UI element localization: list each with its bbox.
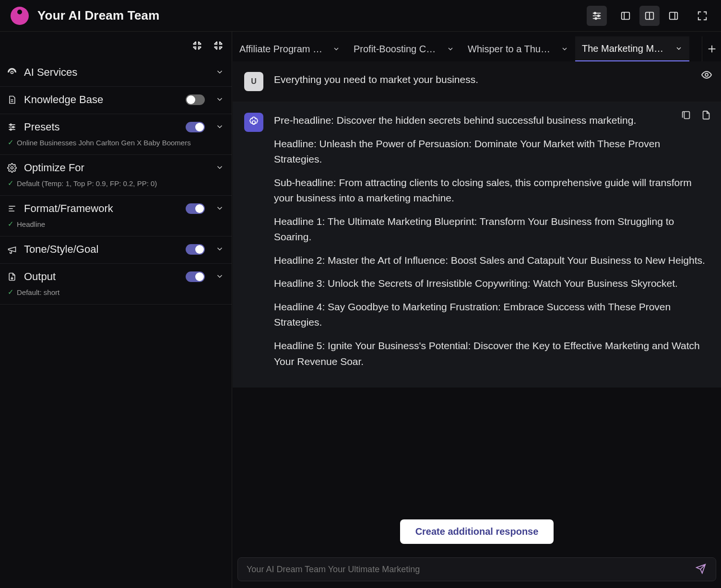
- section-header[interactable]: Knowledge Base: [7, 94, 225, 106]
- section-knowledge-base: Knowledge Base: [0, 87, 232, 114]
- section-header[interactable]: AI Services: [7, 66, 225, 79]
- layout-right-button[interactable]: [663, 6, 684, 26]
- format-framework-icon: [7, 203, 17, 214]
- ai-services-icon: [7, 67, 17, 78]
- chevron-down-icon[interactable]: [215, 204, 225, 213]
- tab-label: Whisper to a Thunder: [468, 44, 554, 55]
- section-ai-services: AI Services: [0, 59, 232, 87]
- message-input-box[interactable]: [237, 557, 716, 581]
- tab-label: The Marketing Mast…: [582, 43, 668, 54]
- ai-avatar: [244, 113, 263, 132]
- ai-paragraph: Headline 2: Master the Art of Influence:…: [274, 253, 709, 269]
- tab-0[interactable]: Affiliate Program Br…: [233, 36, 347, 61]
- chevron-down-icon[interactable]: [215, 272, 225, 282]
- check-icon: ✓: [8, 138, 14, 147]
- section-title: Tone/Style/Goal: [24, 243, 179, 256]
- check-icon: ✓: [8, 220, 14, 228]
- section-header[interactable]: Format/Framework: [7, 202, 225, 215]
- section-header[interactable]: Output: [7, 270, 225, 283]
- svg-point-6: [595, 17, 597, 19]
- chevron-down-icon[interactable]: [215, 68, 225, 77]
- section-toggle[interactable]: [186, 244, 205, 255]
- svg-rect-30: [684, 112, 689, 119]
- section-header[interactable]: Optimize For: [7, 162, 225, 174]
- section-presets: Presets✓Online Businesses John Carlton G…: [0, 114, 232, 155]
- fullscreen-button[interactable]: [692, 6, 712, 26]
- section-toggle[interactable]: [186, 271, 205, 282]
- ai-paragraph: Headline 5: Ignite Your Business's Poten…: [274, 338, 709, 369]
- section-subtext-value: Default (Temp: 1, Top P: 0.9, FP: 0.2, P…: [17, 179, 157, 188]
- section-toggle[interactable]: [186, 122, 205, 132]
- section-toggle[interactable]: [186, 94, 205, 105]
- create-additional-response-button[interactable]: Create additional response: [400, 519, 554, 544]
- section-title: Optimize For: [24, 162, 209, 174]
- section-subtext-value: Default: short: [17, 288, 59, 296]
- tab-label: Affiliate Program Br…: [239, 44, 326, 55]
- section-title: Presets: [24, 121, 179, 133]
- optimize-for-icon: [7, 163, 17, 173]
- chevron-down-icon[interactable]: [561, 45, 568, 53]
- check-icon: ✓: [8, 179, 14, 188]
- chevron-down-icon[interactable]: [447, 45, 454, 53]
- ai-paragraph: Headline 3: Unlock the Secrets of Irresi…: [274, 276, 709, 292]
- ai-paragraph: Headline 4: Say Goodbye to Marketing Fru…: [274, 299, 709, 330]
- section-subtext: ✓Online Businesses John Carlton Gen X Ba…: [7, 138, 225, 147]
- chevron-down-icon[interactable]: [215, 122, 225, 132]
- copy-icon[interactable]: [681, 110, 692, 121]
- filters-button[interactable]: [587, 6, 607, 26]
- output-icon: [7, 271, 17, 282]
- chevron-down-icon[interactable]: [215, 95, 225, 105]
- send-icon[interactable]: [696, 564, 707, 575]
- section-output: Output✓Default: short: [0, 264, 232, 305]
- presets-icon: [7, 122, 17, 132]
- section-optimize-for: Optimize For✓Default (Temp: 1, Top P: 0.…: [0, 155, 232, 196]
- chevron-down-icon[interactable]: [215, 245, 225, 254]
- section-header[interactable]: Presets: [7, 121, 225, 133]
- svg-point-5: [598, 15, 600, 17]
- section-subtext: ✓Default: short: [7, 288, 225, 296]
- user-avatar: U: [244, 72, 263, 91]
- section-subtext: ✓Headline: [7, 220, 225, 228]
- ai-paragraph: Headline: Unleash the Power of Persuasio…: [274, 136, 709, 167]
- knowledge-base-icon: [7, 94, 17, 105]
- chevron-down-icon[interactable]: [675, 45, 683, 52]
- visibility-toggle-icon[interactable]: [701, 69, 712, 81]
- check-icon: ✓: [8, 288, 14, 296]
- user-message: U Everything you need to market your bus…: [233, 61, 721, 102]
- tab-bar: Affiliate Program Br…Profit-Boosting Cop…: [233, 36, 721, 61]
- message-input[interactable]: [247, 564, 696, 575]
- ai-message: Pre-headline: Discover the hidden secret…: [233, 102, 721, 388]
- tab-2[interactable]: Whisper to a Thunder: [461, 36, 575, 61]
- collapse-all-button[interactable]: [210, 37, 227, 54]
- svg-point-4: [594, 12, 596, 14]
- section-title: Format/Framework: [24, 202, 179, 215]
- svg-point-13: [11, 71, 13, 74]
- tab-3[interactable]: The Marketing Mast…: [575, 36, 689, 61]
- section-subtext-value: Headline: [17, 220, 45, 228]
- section-subtext: ✓Default (Temp: 1, Top P: 0.9, FP: 0.2, …: [7, 179, 225, 188]
- add-tab-button[interactable]: [702, 36, 721, 61]
- section-title: Output: [24, 270, 179, 283]
- section-header[interactable]: Tone/Style/Goal: [7, 243, 225, 256]
- ai-message-body: Pre-headline: Discover the hidden secret…: [274, 113, 709, 377]
- tab-1[interactable]: Profit-Boosting Cop…: [347, 36, 461, 61]
- svg-rect-7: [622, 12, 630, 19]
- chevron-down-icon[interactable]: [215, 163, 225, 173]
- layout-left-button[interactable]: [615, 6, 636, 26]
- chevron-down-icon[interactable]: [332, 45, 340, 53]
- expand-all-button[interactable]: [189, 37, 206, 54]
- ai-paragraph: Sub-headline: From attracting clients to…: [274, 175, 709, 206]
- svg-point-22: [11, 167, 13, 169]
- composer: [233, 557, 721, 588]
- section-toggle[interactable]: [186, 203, 205, 214]
- ai-paragraph: Headline 1: The Ultimate Marketing Bluep…: [274, 214, 709, 245]
- chat-pane: U Everything you need to market your bus…: [233, 61, 721, 588]
- tab-label: Profit-Boosting Cop…: [354, 44, 440, 55]
- app-title: Your AI Dream Team: [37, 8, 160, 23]
- layout-split-button[interactable]: [639, 6, 660, 26]
- section-tone-style-goal: Tone/Style/Goal: [0, 236, 232, 264]
- svg-point-0: [13, 17, 18, 22]
- layout-toggle-group: [613, 6, 684, 26]
- section-subtext-value: Online Businesses John Carlton Gen X Bab…: [17, 139, 191, 147]
- export-icon[interactable]: [701, 110, 712, 121]
